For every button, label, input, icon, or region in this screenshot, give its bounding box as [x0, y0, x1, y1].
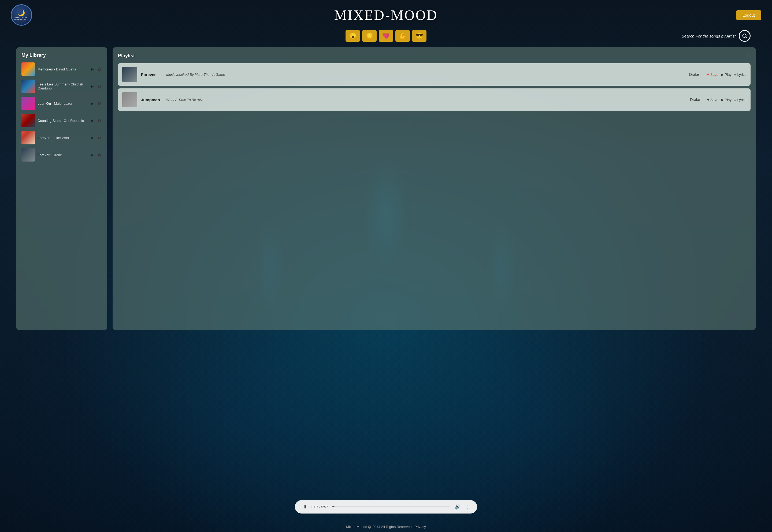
song-artist: Drake [53, 153, 62, 157]
lyrics-button[interactable]: ≡ Lyrics [734, 73, 746, 77]
play-button[interactable]: ▶ [90, 101, 94, 106]
app-title: MIXED-MOOD [334, 7, 438, 23]
playlist-song-name: Forever [141, 72, 162, 77]
list-item: Memories - David Guetta ▶ 🗑 [21, 62, 102, 76]
library-title: My Library [21, 53, 102, 58]
album-art [21, 97, 35, 110]
play-icon: ▶ [721, 73, 724, 77]
play-button[interactable]: ▶ [90, 152, 94, 158]
delete-button[interactable]: 🗑 [97, 66, 102, 72]
lyrics-icon: ≡ [734, 73, 736, 77]
album-art [21, 148, 35, 162]
play-button[interactable]: ▶ Play [721, 98, 732, 102]
logout-button[interactable]: Logout [736, 10, 761, 20]
playlist-album-name: What A Time To Be Alive [166, 98, 686, 102]
list-item: Feels Like Summer - Childish Gambino ▶ 🗑 [21, 80, 102, 93]
heart-icon: ♥ [707, 98, 709, 102]
list-item: Counting Stars - OneRepublic ▶ 🗑 [21, 114, 102, 127]
album-art [21, 80, 35, 93]
delete-button[interactable]: 🗑 [97, 101, 102, 106]
svg-point-0 [743, 34, 746, 38]
mood-btn-surprised[interactable]: 😮 [345, 30, 360, 42]
song-artist: OneRepublic [64, 119, 84, 123]
logo-sub: MIXEDMOODZ [14, 18, 28, 20]
svg-line-1 [746, 37, 747, 38]
list-item: Forever Music Inspired By More Than A Ga… [118, 63, 751, 86]
save-button[interactable]: ❤ Save [706, 73, 718, 77]
album-art [21, 131, 35, 144]
header: 🌙 MIXED-MOOD MIXEDMOODZ MIXED-MOOD Logou… [0, 0, 772, 30]
playlist-song-name: Jumpman [141, 98, 162, 102]
mood-btn-cool[interactable]: 😎 [412, 30, 427, 42]
play-button[interactable]: ▶ [90, 84, 94, 89]
pause-button[interactable]: ⏸ [302, 504, 307, 510]
main-content: My Library Memories - David Guetta ▶ 🗑 F… [0, 44, 772, 333]
mood-buttons: 😮 😊 💗 💪 😎 [264, 30, 508, 42]
list-item: Forever - Drake ▶ 🗑 [21, 148, 102, 162]
search-button[interactable] [739, 30, 751, 42]
logo: 🌙 MIXED-MOOD MIXEDMOODZ [11, 4, 32, 26]
playlist-title: Playlist [118, 53, 135, 59]
player-bar: ⏸ 0:07 / 5:57 🔊 ⋮ [295, 500, 477, 514]
player-time: 0:07 / 5:57 [311, 505, 328, 509]
list-item: Forever - Juice Wrld ▶ 🗑 [21, 131, 102, 144]
album-art [21, 62, 35, 76]
song-title: Feels Like Summer [38, 82, 68, 86]
save-button[interactable]: ♥ Save [707, 98, 718, 102]
delete-button[interactable]: 🗑 [97, 152, 102, 158]
song-title: Lean On [38, 102, 51, 106]
delete-button[interactable]: 🗑 [97, 84, 102, 89]
mood-btn-happy[interactable]: 😊 [362, 30, 376, 42]
playlist-album-art [122, 67, 137, 82]
album-art [21, 114, 35, 127]
song-title: Forever [38, 136, 50, 140]
list-item: Jumpman What A Time To Be Alive Drake ♥ … [118, 88, 751, 111]
song-artist: Juice Wrld [53, 136, 69, 140]
refresh-button[interactable]: ↻ [746, 53, 751, 59]
song-artist: David Guetta [56, 67, 76, 71]
footer: Mixed-Moods @ 2014 All Rights Reserved |… [0, 522, 772, 532]
more-options-button[interactable]: ⋮ [465, 504, 470, 510]
delete-button[interactable]: 🗑 [97, 118, 102, 123]
lyrics-icon: ≡ [734, 98, 736, 102]
search-label: Search For the songs by Artist [682, 34, 736, 38]
play-button[interactable]: ▶ [90, 118, 94, 123]
logo-text: MIXED-MOOD [14, 17, 28, 18]
playlist-album-name: Music Inspired By More Than A Game [166, 73, 685, 77]
mood-btn-strong[interactable]: 💪 [396, 30, 410, 42]
play-button[interactable]: ▶ [90, 135, 94, 140]
play-button[interactable]: ▶ [90, 66, 94, 72]
heart-icon: ❤ [706, 73, 709, 77]
progress-bar[interactable] [332, 506, 450, 507]
list-item: Lean On - Major Lazer ▶ 🗑 [21, 97, 102, 110]
library-panel: My Library Memories - David Guetta ▶ 🗑 F… [16, 47, 107, 330]
playlist-artist: Drake [690, 98, 703, 102]
play-button[interactable]: ▶ Play [721, 73, 732, 77]
mood-btn-love[interactable]: 💗 [379, 30, 393, 42]
playlist-header: Playlist ↻ [118, 53, 751, 59]
song-title: Forever [38, 153, 50, 157]
song-title: Counting Stars [38, 119, 61, 123]
song-title: Memories [38, 67, 53, 71]
playlist-album-art [122, 92, 137, 107]
playlist-artist: Drake [689, 72, 703, 77]
footer-text: Mixed-Moods @ 2014 All Rights Reserved |… [346, 525, 426, 529]
song-artist: Major Lazer [54, 102, 72, 106]
volume-button[interactable]: 🔊 [455, 504, 461, 510]
lyrics-button[interactable]: ≡ Lyrics [734, 98, 746, 102]
delete-button[interactable]: 🗑 [97, 135, 102, 140]
playlist-panel: Playlist ↻ Forever Music Inspired By Mor… [113, 47, 756, 330]
play-icon: ▶ [721, 98, 724, 102]
progress-fill [332, 506, 334, 507]
